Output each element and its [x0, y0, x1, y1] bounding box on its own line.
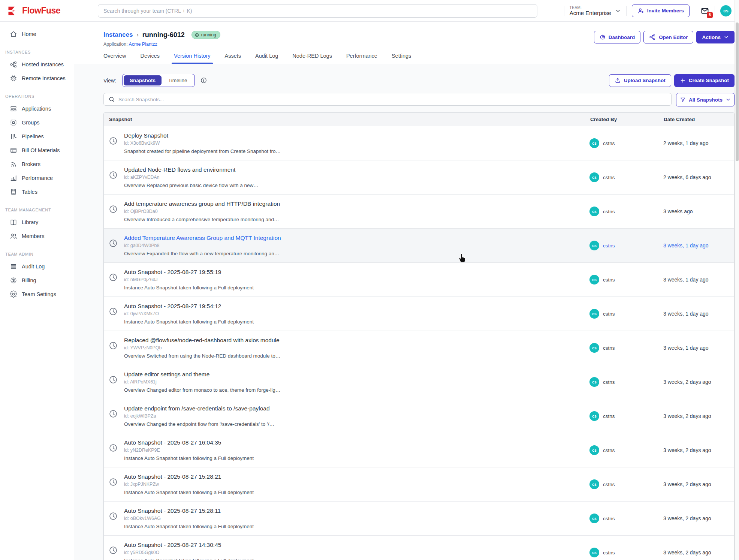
- table-row[interactable]: Auto Snapshot - 2025-08-27 15:28:21 id: …: [104, 467, 734, 501]
- sidebar-item-members[interactable]: Members: [0, 229, 74, 243]
- tab-node-red-logs[interactable]: Node-RED Logs: [292, 53, 332, 64]
- tab-devices[interactable]: Devices: [140, 53, 160, 64]
- snapshot-id: id: JxpPJNKPZw: [124, 482, 254, 487]
- table-row[interactable]: Updated Node-RED flows and environment i…: [104, 160, 734, 194]
- snapshot-description: Overview Changed editor from monaco to a…: [124, 387, 280, 393]
- filter-label: All Snapshots: [689, 97, 723, 103]
- snapshot-filter-dropdown[interactable]: All Snapshots: [676, 93, 735, 106]
- sidebar-item-team-settings[interactable]: Team Settings: [0, 287, 74, 301]
- created-by: cstns: [603, 277, 615, 283]
- billing-icon: [10, 277, 17, 284]
- table-row[interactable]: Update editor settings and theme id: AlR…: [104, 365, 734, 399]
- snapshot-id: id: 0jwPAXMk7O: [124, 311, 254, 316]
- create-snapshot-button[interactable]: Create Snapshot: [674, 74, 735, 87]
- snapshot-description: Overview Switched from using the Node-RE…: [124, 353, 280, 359]
- flowfuse-logo[interactable]: FlowFuse: [7, 5, 92, 16]
- tab-performance[interactable]: Performance: [346, 53, 377, 64]
- sidebar-item-label: Home: [22, 31, 36, 37]
- instance-tabs: OverviewDevicesVersion HistoryAssetsAudi…: [103, 53, 735, 64]
- invite-members-button[interactable]: Invite Members: [632, 4, 690, 17]
- table-row[interactable]: Auto Snapshot - 2025-08-27 14:30:45 id: …: [104, 535, 734, 560]
- divider: [695, 6, 695, 16]
- table-row[interactable]: Deploy Snapshot id: X3o6Bw1k9W Snapshot …: [104, 126, 734, 160]
- table-row[interactable]: Added Temperature Awareness Group and MQ…: [104, 228, 734, 262]
- sidebar-item-pipelines[interactable]: Pipelines: [0, 129, 74, 143]
- sidebar-item-label: Bill Of Materials: [22, 147, 60, 153]
- tab-assets[interactable]: Assets: [225, 53, 241, 64]
- snapshot-description: Snapshot created for pipeline deployment…: [124, 148, 281, 154]
- sidebar-section-operations: OPERATIONS: [5, 94, 74, 99]
- sidebar-section-team-management: TEAM MANAGEMENT: [5, 208, 74, 212]
- sidebar-item-home[interactable]: Home: [0, 27, 74, 41]
- table-row[interactable]: Auto Snapshot - 2025-08-27 19:55:19 id: …: [104, 262, 734, 296]
- snapshot-title: Auto Snapshot - 2025-08-27 19:55:19: [124, 269, 254, 276]
- open-editor-button[interactable]: Open Editor: [643, 31, 693, 43]
- user-avatar[interactable]: cs: [720, 5, 732, 16]
- editor-icon: [649, 34, 656, 40]
- performance-icon: [10, 174, 17, 182]
- dashboard-label: Dashboard: [609, 34, 635, 40]
- date-created: 3 weeks, 1 day ago: [658, 263, 734, 296]
- topbar: FlowFuse TEAM: Acme Enterprise Invite Me…: [0, 0, 739, 22]
- tab-version-history[interactable]: Version History: [174, 53, 211, 64]
- scrollbar-thumb[interactable]: [736, 22, 739, 161]
- status-dot-icon: [194, 33, 199, 37]
- application-label: Application:: [103, 42, 128, 47]
- sidebar-item-bill-of-materials[interactable]: Bill Of Materials: [0, 143, 74, 157]
- sidebar-item-library[interactable]: Library: [0, 215, 74, 229]
- upload-snapshot-button[interactable]: Upload Snapshot: [609, 74, 671, 87]
- snapshot-id: id: y5RD5Ggk0O: [124, 550, 254, 555]
- table-row[interactable]: Auto Snapshot - 2025-08-27 19:54:12 id: …: [104, 296, 734, 331]
- tables-icon: [10, 188, 17, 196]
- snapshot-id: id: eojkWlBPZa: [124, 413, 274, 419]
- creator-avatar: cs: [589, 309, 599, 319]
- page-scrollbar[interactable]: [735, 0, 739, 560]
- table-row[interactable]: Auto Snapshot - 2025-08-27 16:04:35 id: …: [104, 433, 734, 467]
- team-selector[interactable]: TEAM: Acme Enterprise: [570, 6, 621, 16]
- snapshot-search-input[interactable]: [118, 97, 667, 102]
- clock-icon: [108, 238, 118, 248]
- sidebar-item-tables[interactable]: Tables: [0, 185, 74, 199]
- created-by: cstns: [603, 243, 615, 249]
- sidebar-item-hosted-instances[interactable]: Hosted Instances: [0, 57, 74, 71]
- table-row[interactable]: Auto Snapshot - 2025-08-27 15:28:11 id: …: [104, 501, 734, 535]
- sidebar-item-remote-instances[interactable]: Remote Instances: [0, 71, 74, 85]
- date-created: 2 weeks, 6 days ago: [658, 160, 734, 194]
- tab-overview[interactable]: Overview: [103, 53, 126, 64]
- table-row[interactable]: Replaced @flowfuse/node-red-dashboard wi…: [104, 331, 734, 365]
- team-search-input[interactable]: [98, 4, 537, 18]
- view-toggle-timeline[interactable]: Timeline: [162, 75, 193, 85]
- sidebar-section-team-admin: TEAM ADMIN: [5, 252, 74, 256]
- date-created: 3 weeks, 2 days ago: [658, 502, 734, 535]
- sidebar-item-billing[interactable]: Billing: [0, 273, 74, 287]
- pipelines-icon: [10, 133, 17, 140]
- sidebar-item-audit-log[interactable]: Audit Log: [0, 259, 74, 273]
- clock-icon: [108, 307, 118, 316]
- tab-settings[interactable]: Settings: [392, 53, 411, 64]
- clock-icon: [108, 273, 118, 282]
- sidebar-item-label: Applications: [22, 106, 51, 112]
- sidebar-item-brokers[interactable]: Brokers: [0, 157, 74, 171]
- creator-avatar: cs: [589, 445, 599, 455]
- application-link[interactable]: Acme Plantzz: [129, 42, 157, 47]
- chevron-down-icon: [724, 34, 729, 40]
- snapshot-description: Overview Replaced previous basic device …: [124, 183, 259, 188]
- actions-button[interactable]: Actions: [696, 31, 735, 43]
- info-icon[interactable]: [200, 77, 207, 84]
- sidebar-item-performance[interactable]: Performance: [0, 171, 74, 185]
- dashboard-button[interactable]: Dashboard: [594, 31, 641, 43]
- view-toggle-snapshots[interactable]: Snapshots: [124, 75, 162, 85]
- snapshot-title: Auto Snapshot - 2025-08-27 19:54:12: [124, 303, 254, 310]
- breadcrumb-instances-link[interactable]: Instances: [103, 31, 133, 39]
- sidebar-item-groups[interactable]: Groups: [0, 115, 74, 129]
- table-row[interactable]: Add temperature awareness group and HTTP…: [104, 194, 734, 228]
- date-created: 3 weeks, 2 days ago: [658, 399, 734, 433]
- sidebar-item-applications[interactable]: Applications: [0, 102, 74, 115]
- page-title: running-6012: [142, 31, 185, 39]
- snapshot-description: Overview Expanded the flow with a new te…: [124, 251, 281, 256]
- creator-avatar: cs: [589, 275, 599, 284]
- notifications-button[interactable]: 5: [700, 6, 709, 15]
- sidebar-item-label: Team Settings: [22, 291, 56, 297]
- tab-audit-log[interactable]: Audit Log: [255, 53, 278, 64]
- table-row[interactable]: Update endpoint from /save-credentials t…: [104, 399, 734, 433]
